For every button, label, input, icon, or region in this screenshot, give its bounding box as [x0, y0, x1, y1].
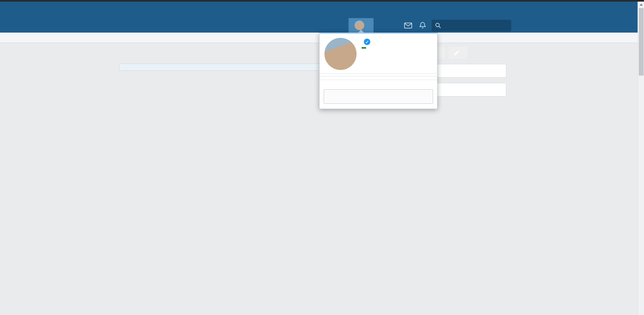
right-sidebar — [428, 47, 506, 97]
mail-icon[interactable] — [401, 18, 415, 33]
sidebar-new-threads-card — [428, 83, 506, 97]
pencil-icon — [454, 50, 460, 56]
user-role-badge — [361, 47, 366, 49]
scrollbar-thumb[interactable] — [639, 8, 644, 76]
search-box[interactable] — [431, 20, 511, 31]
post-article-button[interactable] — [449, 47, 467, 59]
user-avatar — [355, 21, 364, 30]
logout-menu-item[interactable] — [320, 80, 437, 88]
main-nav-bar — [0, 18, 638, 33]
browser-top-strip — [0, 0, 644, 2]
user-profile-avatar[interactable] — [324, 38, 357, 70]
xamvn-forum-page: { "header": { "logo": "XAMVN", "logo_tm"… — [0, 0, 644, 315]
scrollbar[interactable] — [638, 2, 644, 315]
search-icon — [435, 23, 441, 29]
scroll-up-icon[interactable] — [638, 2, 644, 8]
search-input[interactable] — [444, 22, 508, 29]
bell-icon[interactable] — [415, 18, 430, 33]
user-account-tab[interactable] — [349, 18, 374, 33]
status-input[interactable] — [324, 89, 433, 104]
user-menu-dropdown: ✓ — [319, 33, 438, 109]
top-week-card — [428, 64, 506, 78]
header-bar — [0, 2, 638, 18]
verified-icon: ✓ — [364, 39, 370, 45]
